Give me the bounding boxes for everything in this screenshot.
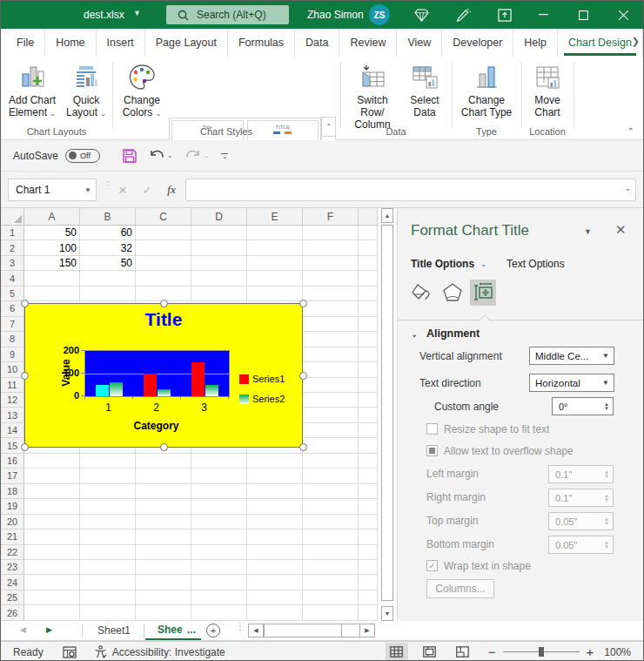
cell-D3[interactable] [191,256,247,271]
name-box-chevron-icon[interactable]: ▼ [80,186,96,194]
sheet-nav-prev-icon[interactable]: ◀ [20,625,26,634]
minimize-button[interactable] [530,1,556,29]
select-all-corner[interactable] [1,208,24,226]
cell-C22[interactable] [136,545,191,560]
move-chart-button[interactable]: Move Chart [525,61,570,118]
ribbon-tab-page-layout[interactable]: Page Layout [145,29,228,57]
cell-partial[interactable] [359,484,378,499]
cell-partial[interactable] [359,287,378,301]
cell-F23[interactable] [303,560,359,575]
cell-E16[interactable] [247,454,303,469]
cell-A20[interactable] [24,515,80,529]
text-direction-dropdown[interactable]: Horizontal ▼ [529,374,614,392]
sheet-nav-next-icon[interactable]: ▶ [46,625,52,634]
cell-partial[interactable] [359,393,378,408]
cell-F6[interactable] [303,301,359,316]
cell-partial[interactable] [359,605,378,620]
cancel-entry-button[interactable]: ✕ [112,179,133,200]
spinner-arrows-icon[interactable]: ▲▼ [604,470,609,479]
resize-shape-checkbox[interactable] [426,423,438,435]
cell-A19[interactable] [24,499,80,514]
cell-F7[interactable] [303,317,359,332]
cell-E25[interactable] [247,590,303,605]
cell-A24[interactable] [24,575,80,590]
chart-bar-series2-cat2[interactable] [158,389,171,396]
row-header-13[interactable]: 13 [1,408,24,422]
cell-E3[interactable] [247,256,303,271]
cell-B5[interactable] [80,287,136,301]
cell-partial[interactable] [359,271,378,286]
name-box[interactable]: Chart 1 ▼ [8,179,97,201]
avatar[interactable]: ZS [369,4,390,25]
cell-C23[interactable] [136,560,191,575]
column-header-C[interactable]: C [136,208,191,226]
cell-C21[interactable] [136,529,191,544]
chart-selection-handle[interactable] [299,372,307,380]
cell-A22[interactable] [24,545,80,560]
ribbon-tab-review[interactable]: Review [339,29,397,57]
effects-tab-icon[interactable] [439,280,466,306]
row-header-16[interactable]: 16 [1,454,24,469]
cell-D25[interactable] [191,590,247,605]
row-header-19[interactable]: 19 [1,499,24,514]
embedded-chart[interactable]: Title Value Category Series1Series2 0100… [24,303,303,448]
row-header-5[interactable]: 5 [1,287,24,301]
cell-A3[interactable]: 150 [24,256,80,271]
column-header-A[interactable]: A [24,208,80,226]
cell-partial[interactable] [359,469,378,483]
column-header-D[interactable]: D [191,208,247,226]
cell-C19[interactable] [136,499,191,514]
cell-B22[interactable] [80,545,136,560]
cell-B4[interactable] [80,271,136,286]
quick-layout-button[interactable]: Quick Layout ⌄ [62,61,111,120]
cell-C25[interactable] [136,590,191,605]
spinner-arrows-icon[interactable]: ▲▼ [604,494,609,502]
cell-partial[interactable] [359,529,378,544]
legend-item-series2[interactable]: Series2 [239,394,285,404]
normal-view-button[interactable] [386,643,408,661]
cell-D16[interactable] [191,454,247,469]
cell-partial[interactable] [359,240,378,255]
cell-E21[interactable] [247,529,303,544]
cell-F21[interactable] [303,529,359,544]
cell-F1[interactable] [303,226,359,240]
cell-partial[interactable] [359,590,378,605]
overflow-shape-checkbox[interactable] [426,445,438,456]
customize-qat-button[interactable]: ⌄ [221,153,228,159]
ribbon-display-options-icon[interactable] [495,6,514,24]
chart-selection-handle[interactable] [160,300,168,307]
spinner-arrows-icon[interactable]: ▲▼ [604,517,609,526]
row-header-8[interactable]: 8 [1,332,24,347]
cell-C1[interactable] [136,226,191,240]
redo-button[interactable]: ⌄ [185,149,210,163]
spinner-arrows-icon[interactable]: ▲▼ [604,541,609,550]
tab-title-options[interactable]: Title Options [411,258,474,270]
cell-C4[interactable] [136,271,191,286]
cell-E24[interactable] [247,575,303,590]
cell-A2[interactable]: 100 [24,240,80,255]
chart-plot-area[interactable] [84,350,230,397]
chart-selection-handle[interactable] [160,443,168,451]
cell-F24[interactable] [303,575,359,590]
cell-partial[interactable] [359,362,378,377]
cell-D19[interactable] [191,499,247,514]
cell-F25[interactable] [303,590,359,605]
cell-partial[interactable] [359,423,378,438]
chart-title[interactable]: Title [25,309,302,330]
row-header-24[interactable]: 24 [1,575,24,590]
cell-D18[interactable] [191,484,247,499]
cell-partial[interactable] [359,301,378,316]
ribbon-tab-insert[interactable]: Insert [97,29,145,57]
chart-selection-handle[interactable] [299,300,307,307]
cell-partial[interactable] [359,438,378,453]
cell-E4[interactable] [247,271,303,286]
maximize-button[interactable] [570,1,596,29]
insert-function-button[interactable]: fx [161,179,182,200]
vertical-alignment-dropdown[interactable]: Middle Ce... ▼ [529,347,614,365]
chart-bar-series1-cat1[interactable] [96,385,109,396]
chart-selection-handle[interactable] [299,443,307,451]
scroll-up-button[interactable]: ▲ [381,208,393,223]
cell-B24[interactable] [80,575,136,590]
switch-row-column-button[interactable]: Switch Row/ Column [344,61,401,131]
cell-A1[interactable]: 50 [24,226,80,240]
